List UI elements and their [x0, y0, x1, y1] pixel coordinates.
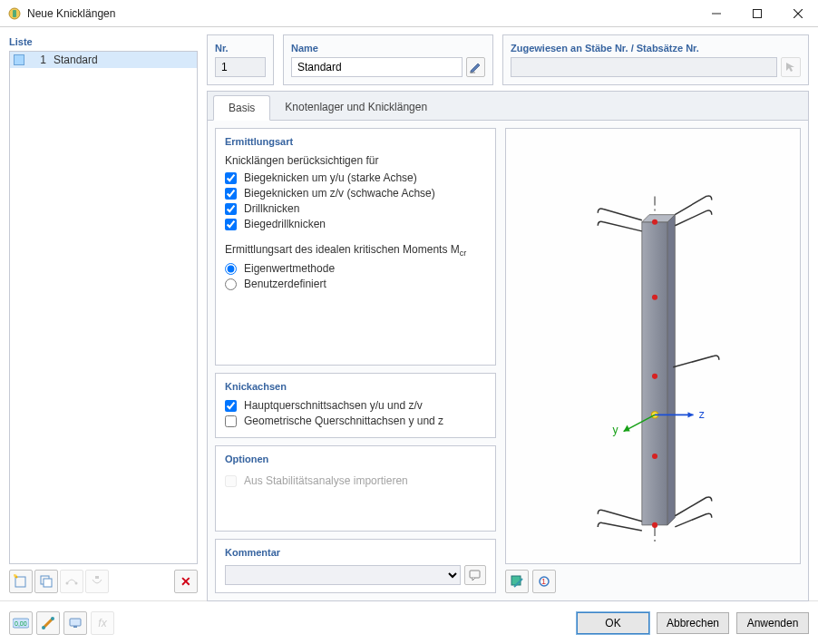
list-box[interactable]: 1 Standard	[9, 51, 198, 564]
display-button[interactable]	[63, 611, 87, 635]
bottom-left-buttons: 0,00 fx	[9, 611, 114, 635]
edit-name-button[interactable]	[466, 57, 485, 77]
bottom-bar: 0,00 fx OK Abbrechen Anwenden	[0, 600, 818, 644]
svg-text:0,00: 0,00	[15, 620, 27, 627]
chk-biegeknicken-yu[interactable]: Biegeknicken um y/u (starke Achse)	[225, 171, 486, 184]
list-item-name: Standard	[54, 54, 98, 66]
rad-eigenwert[interactable]: Eigenwertmethode	[225, 262, 486, 275]
top-fields: Nr. Name Zugewiesen an Stäbe Nr. / Stabs…	[207, 34, 809, 85]
cancel-button[interactable]: Abbrechen	[657, 612, 729, 634]
svg-rect-9	[44, 579, 52, 587]
svg-marker-26	[687, 412, 693, 417]
panel-kommentar: Kommentar	[215, 539, 496, 593]
svg-line-34	[44, 619, 53, 628]
units-button[interactable]: 0,00	[9, 611, 33, 635]
kommentar-combo[interactable]	[225, 565, 461, 585]
svg-rect-12	[95, 576, 99, 579]
tool-button-4[interactable]	[85, 570, 109, 593]
list-item-number: 1	[32, 54, 46, 66]
svg-rect-3	[753, 9, 761, 17]
new-item-button[interactable]	[9, 570, 33, 593]
svg-point-11	[75, 582, 78, 585]
ermittlungsart-title: Ermittlungsart	[225, 136, 486, 147]
list-item-color-icon	[14, 54, 24, 65]
list-header: Liste	[9, 34, 198, 51]
cursor-pick-icon	[784, 61, 797, 73]
svg-point-35	[42, 626, 45, 629]
panel-optionen: Optionen Aus Stabilitätsanalyse importie…	[215, 445, 496, 532]
member-view-button[interactable]	[36, 611, 60, 635]
svg-point-20	[652, 295, 657, 300]
list-item-standard[interactable]: 1 Standard	[10, 52, 197, 68]
titlebar: Neue Knicklängen	[0, 0, 818, 27]
mcr-label: Ermittlungsart des idealen kritischen Mo…	[225, 243, 486, 258]
svg-point-23	[652, 522, 657, 528]
delete-item-button[interactable]: ✕	[174, 570, 198, 593]
main-content: Liste 1 Standard ✕ Nr. Name	[0, 27, 818, 600]
close-button[interactable]	[777, 0, 818, 27]
tab-knotenlager[interactable]: Knotenlager und Knicklängen	[270, 95, 442, 120]
svg-rect-29	[511, 576, 521, 585]
svg-marker-18	[667, 215, 675, 525]
consider-label: Knicklängen berücksichtigen für	[225, 154, 486, 167]
nr-input[interactable]	[215, 57, 266, 77]
preview-3d[interactable]: z y	[505, 128, 801, 564]
chk-biegeknicken-zv[interactable]: Biegeknicken um z/v (schwache Achse)	[225, 187, 486, 200]
list-panel: Liste 1 Standard ✕	[9, 34, 198, 593]
optionen-title: Optionen	[225, 454, 486, 464]
tool-button-3[interactable]	[60, 570, 83, 593]
svg-text:1: 1	[541, 577, 546, 586]
kommentar-title: Kommentar	[225, 547, 486, 558]
svg-rect-1	[13, 10, 16, 17]
svg-rect-37	[70, 619, 81, 626]
chk-geomachsen[interactable]: Geometrische Querschnittachsen y und z	[225, 415, 486, 427]
assign-input[interactable]	[511, 57, 777, 77]
preview-tool-2[interactable]: 1	[532, 570, 556, 593]
preview-toolbar: 1	[505, 570, 801, 593]
app-icon	[7, 6, 22, 21]
svg-point-36	[51, 617, 54, 620]
nr-label: Nr.	[215, 41, 266, 57]
tab-basis[interactable]: Basis	[213, 95, 270, 121]
tabs-header: Basis Knotenlager und Knicklängen	[208, 92, 808, 121]
assign-label: Zugewiesen an Stäbe Nr. / Stabsätze Nr.	[511, 41, 801, 57]
maximize-button[interactable]	[736, 0, 777, 27]
chk-stab-import: Aus Stabilitätsanalyse importieren	[225, 474, 486, 487]
svg-point-22	[652, 454, 657, 459]
name-input[interactable]	[291, 57, 463, 77]
svg-point-21	[652, 374, 657, 379]
svg-point-10	[66, 582, 69, 585]
chk-biegedrillknicken[interactable]: Biegedrillknicken	[225, 218, 486, 230]
svg-rect-38	[73, 626, 77, 628]
function-button[interactable]: fx	[91, 611, 114, 635]
comment-icon	[469, 569, 482, 581]
panel-knickachsen: Knickachsen Hauptquerschnittsachsen y/u …	[215, 373, 496, 438]
svg-point-19	[652, 220, 657, 225]
preview-tool-1[interactable]	[505, 570, 529, 593]
rad-benutzerdefiniert[interactable]: Benutzerdefiniert	[225, 278, 486, 290]
ok-button[interactable]: OK	[577, 612, 649, 634]
name-group: Name	[283, 34, 493, 85]
copy-item-button[interactable]	[34, 570, 58, 593]
details-panel: Nr. Name Zugewiesen an Stäbe Nr. / Stabs…	[207, 34, 809, 593]
nr-group: Nr.	[207, 34, 274, 85]
pick-members-button[interactable]	[781, 57, 801, 77]
svg-rect-14	[470, 571, 480, 578]
apply-button[interactable]: Anwenden	[736, 612, 809, 634]
name-label: Name	[291, 41, 485, 57]
column-rendering: z y	[506, 129, 800, 563]
svg-rect-6	[15, 577, 25, 587]
window-title: Neue Knicklängen	[27, 7, 115, 20]
assign-group: Zugewiesen an Stäbe Nr. / Stabsätze Nr.	[502, 34, 809, 85]
kommentar-edit-button[interactable]	[464, 565, 486, 585]
chk-drillknicken[interactable]: Drillknicken	[225, 202, 486, 215]
chk-hauptachsen[interactable]: Hauptquerschnittsachsen y/u und z/v	[225, 399, 486, 412]
panel-ermittlungsart: Ermittlungsart Knicklängen berücksichtig…	[215, 128, 496, 366]
left-panel-column: Ermittlungsart Knicklängen berücksichtig…	[215, 128, 496, 593]
minimize-button[interactable]	[696, 0, 736, 27]
list-toolbar: ✕	[9, 570, 198, 593]
axis-z-label: z	[699, 408, 705, 421]
tabs-container: Basis Knotenlager und Knicklängen Ermitt…	[207, 91, 809, 601]
pencil-icon	[469, 61, 482, 73]
axis-y-label: y	[612, 424, 618, 436]
